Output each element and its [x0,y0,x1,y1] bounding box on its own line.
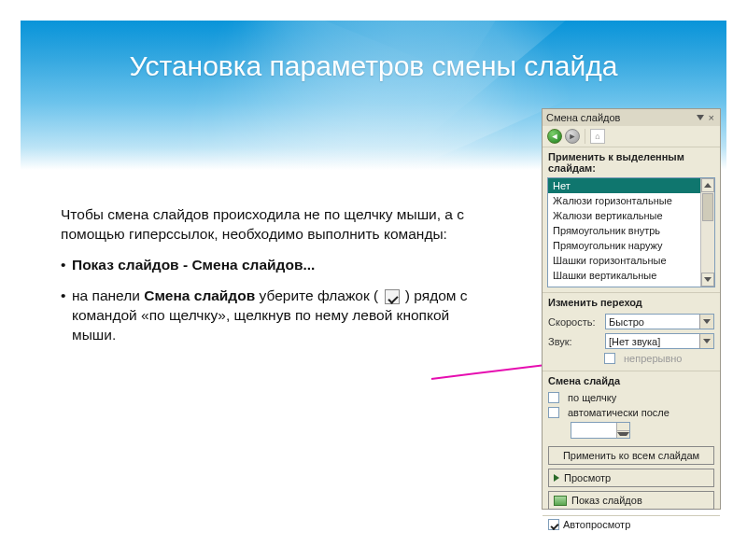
instruction-text: Чтобы смена слайдов происходила не по ще… [61,205,472,357]
autopreview-label: Автопросмотр [563,519,630,530]
speed-select[interactable]: Быстро [605,314,714,329]
list-item[interactable]: Жалюзи вертикальные [548,208,700,223]
list-item[interactable]: Прямоугольник внутрь [548,223,700,238]
panel-menu-icon[interactable] [697,115,704,120]
spinner[interactable] [616,423,629,438]
slideshow-icon [554,496,567,506]
panel-nav: ◄ ► ⌂ [543,126,720,147]
nav-forward-icon[interactable]: ► [565,129,580,144]
bullet-1-bold: Показ слайдов - Смена слайдов... [72,257,315,273]
slideshow-button[interactable]: Показ слайдов [548,491,714,510]
sound-select[interactable]: [Нет звука] [605,333,714,349]
speed-label: Скорость: [548,316,600,328]
auto-after-label: автоматически после [568,407,669,418]
scrollbar[interactable] [700,178,714,287]
autopreview-row: Автопросмотр [543,515,720,533]
loop-label: непрерывно [624,353,682,364]
panel-header: Смена слайдов × [543,109,720,126]
auto-after-time-input[interactable] [571,422,630,439]
auto-after-checkbox[interactable] [548,407,559,418]
on-click-label: по щелчку [568,392,616,403]
modify-transition-label: Изменить переход [543,297,720,312]
sound-label: Звук: [548,336,600,347]
chevron-down-icon[interactable] [699,334,713,348]
loop-checkbox [604,353,615,364]
chevron-down-icon[interactable] [699,315,713,329]
scroll-thumb[interactable] [702,193,713,221]
page-title: Установка параметров смены слайда [21,50,726,82]
list-item[interactable]: Шашки горизонтальные [548,253,700,268]
scroll-down-icon[interactable] [701,273,714,287]
advance-slide-label: Смена слайда [543,375,720,390]
transition-list[interactable]: Нет Жалюзи горизонтальные Жалюзи вертика… [547,177,715,287]
list-item[interactable]: Прямоугольник наружу [548,238,700,253]
autopreview-checkbox[interactable] [548,519,559,530]
nav-home-icon[interactable]: ⌂ [590,129,605,144]
list-item[interactable]: Жалюзи горизонтальные [548,193,700,208]
intro-paragraph: Чтобы смена слайдов происходила не по ще… [61,205,472,245]
bullet-2: на панели Смена слайдов уберите флажок (… [61,287,472,345]
play-icon [554,474,559,482]
checkbox-icon [385,289,400,304]
apply-to-all-button[interactable]: Применить ко всем слайдам [548,446,714,465]
slide-transition-panel: Смена слайдов × ◄ ► ⌂ Применить к выделе… [542,108,721,510]
list-item[interactable]: Нет [548,178,700,193]
apply-to-label: Применить к выделенным слайдам: [543,147,720,177]
nav-back-icon[interactable]: ◄ [547,129,562,144]
list-item[interactable]: Шашки вертикальные [548,268,700,283]
preview-button[interactable]: Просмотр [548,469,714,487]
close-icon[interactable]: × [707,113,716,123]
bullet-1: Показ слайдов - Смена слайдов... [61,256,472,275]
pointer-arrow [431,362,557,380]
on-click-checkbox[interactable] [548,392,559,403]
panel-title-text: Смена слайдов [546,112,620,123]
scroll-up-icon[interactable] [701,178,714,192]
